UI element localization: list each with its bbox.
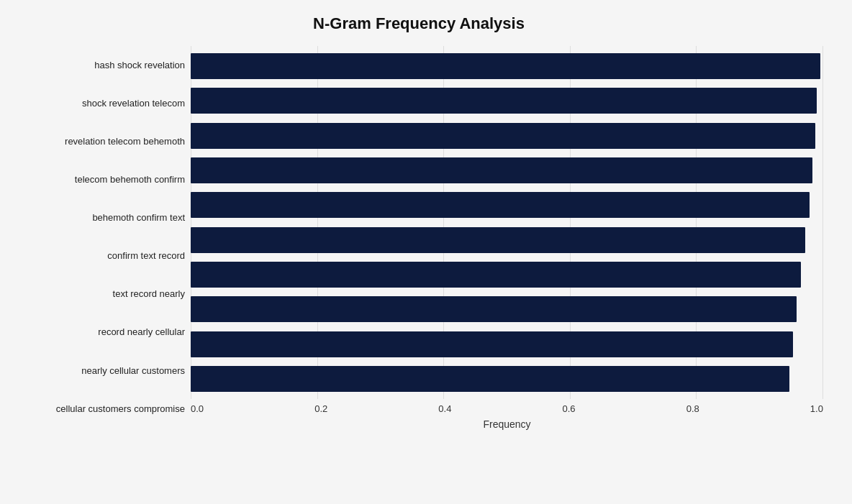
bar-8 (191, 331, 793, 357)
bar-row-3 (191, 153, 823, 188)
y-label-0: hash shock revelation (14, 46, 185, 84)
bar-2 (191, 123, 815, 149)
x-tick-0: 0.0 (191, 403, 204, 414)
bar-row-2 (191, 119, 823, 153)
y-label-8: nearly cellular customers (14, 352, 185, 390)
y-label-2: revelation telecom behemoth (14, 122, 185, 160)
x-tick-3: 0.6 (563, 403, 576, 414)
bar-row-5 (191, 222, 823, 257)
x-tick-4: 0.8 (686, 403, 699, 414)
chart-area: hash shock revelationshock revelation te… (14, 46, 823, 428)
bar-row-8 (191, 326, 823, 361)
bar-row-1 (191, 83, 823, 118)
grid-and-bars (191, 46, 823, 399)
bars-and-grid: 0.00.20.40.60.81.0 Frequency (191, 46, 823, 428)
y-label-1: shock revelation telecom (14, 84, 185, 122)
chart-container: N-Gram Frequency Analysis hash shock rev… (0, 0, 852, 504)
bar-row-6 (191, 257, 823, 292)
y-axis-labels: hash shock revelationshock revelation te… (14, 46, 191, 428)
x-tick-1: 0.2 (314, 403, 327, 414)
y-label-4: behemoth confirm text (14, 198, 185, 237)
y-label-5: confirm text record (14, 237, 185, 275)
chart-title: N-Gram Frequency Analysis (14, 14, 823, 33)
y-label-6: text record nearly (14, 275, 185, 313)
x-axis-label: Frequency (191, 418, 823, 430)
bar-9 (191, 366, 789, 392)
bar-7 (191, 296, 797, 322)
y-label-7: record nearly cellular (14, 313, 185, 352)
bar-0 (191, 53, 820, 79)
bar-row-4 (191, 188, 823, 222)
bar-1 (191, 88, 817, 114)
bar-row-0 (191, 49, 823, 83)
bar-row-7 (191, 292, 823, 326)
y-label-3: telecom behemoth confirm (14, 160, 185, 198)
x-tick-5: 1.0 (810, 403, 823, 414)
bar-6 (191, 262, 801, 288)
y-label-9: cellular customers compromise (14, 390, 185, 428)
bar-5 (191, 227, 805, 253)
bar-row-9 (191, 362, 823, 396)
x-ticks: 0.00.20.40.60.81.0 (191, 399, 823, 414)
bar-4 (191, 192, 810, 218)
x-axis: 0.00.20.40.60.81.0 Frequency (191, 399, 823, 428)
x-tick-2: 0.4 (438, 403, 451, 414)
bar-3 (191, 157, 812, 183)
bars-wrapper (191, 46, 823, 399)
